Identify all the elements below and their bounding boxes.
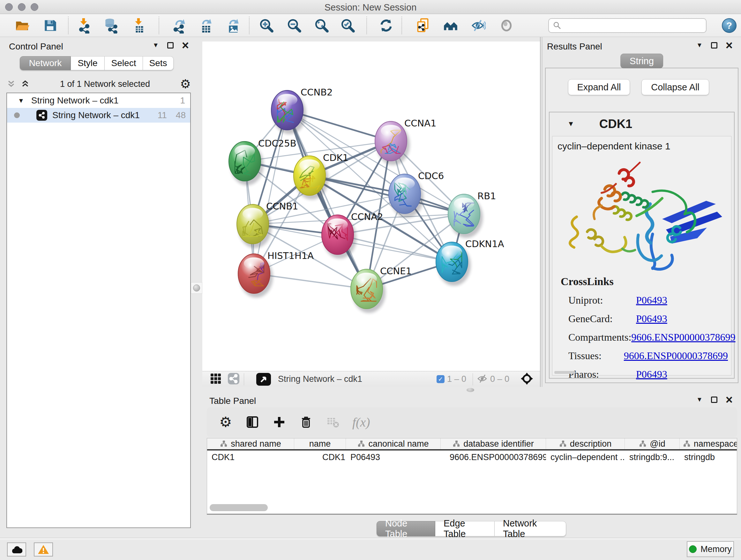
import-table-icon[interactable] — [131, 17, 147, 34]
table-hscrollbar[interactable] — [210, 504, 268, 511]
tab-select[interactable]: Select — [105, 56, 143, 70]
table-row[interactable]: CDK1CDK1P064939606.ENSP00000378699cyclin… — [207, 450, 737, 464]
network-node-CDC25B[interactable]: CDC25B — [229, 138, 296, 185]
tab-sets[interactable]: Sets — [143, 56, 174, 70]
tab-network[interactable]: Network — [20, 56, 71, 70]
string-network-icon — [37, 110, 47, 121]
crosslink-link[interactable]: 9606.ENSP00000378699 — [631, 331, 735, 343]
results-panel-float-icon[interactable] — [711, 42, 718, 49]
collapse-all-networks-icon[interactable] — [6, 79, 16, 89]
crosslink-row: GeneCard:P06493 — [561, 313, 728, 325]
open-in-window-icon[interactable] — [256, 373, 271, 386]
first-neighbors-icon[interactable] — [443, 17, 459, 34]
warnings-button[interactable] — [34, 543, 53, 557]
network-view-toolbar: String Network – cdk1 ✓ 1 – 0 0 – 0 — [202, 371, 540, 387]
column-header-name[interactable]: name — [294, 438, 346, 449]
crosslink-label: Pharos: — [568, 368, 636, 380]
column-header--id[interactable]: @id — [625, 438, 680, 449]
tab-node-table[interactable]: Node Table — [377, 521, 435, 537]
expand-all-networks-icon[interactable] — [20, 79, 30, 89]
table-panel-float-icon[interactable] — [711, 396, 718, 403]
gene-expand-icon[interactable]: ▼ — [567, 120, 575, 128]
network-node-HIST1H1A[interactable]: HIST1H1A — [238, 250, 314, 298]
export-network-icon[interactable] — [172, 17, 187, 34]
crosslink-link[interactable]: P06493 — [636, 294, 667, 306]
show-columns-icon[interactable] — [245, 415, 260, 429]
add-column-icon[interactable] — [272, 415, 286, 429]
show-all-icon[interactable] — [498, 17, 515, 34]
zoom-selected-icon[interactable] — [340, 17, 356, 34]
refresh-icon[interactable] — [378, 17, 394, 34]
collapse-all-button[interactable]: Collapse All — [642, 79, 709, 95]
import-database-icon[interactable] — [103, 17, 119, 34]
clone-network-icon[interactable] — [415, 17, 431, 34]
tab-style[interactable]: Style — [71, 56, 105, 70]
results-panel-close-icon[interactable]: × — [726, 42, 733, 49]
crosslink-link[interactable]: P06493 — [636, 313, 667, 325]
import-network-icon[interactable] — [76, 17, 92, 34]
table-panel-title: Table Panel — [209, 396, 256, 406]
expand-all-button[interactable]: Expand All — [568, 79, 630, 95]
search-input[interactable] — [562, 19, 706, 32]
network-node-CCNA2[interactable]: CCNA2 — [322, 211, 383, 259]
string-style-icon[interactable] — [227, 372, 240, 386]
delete-table-icon — [326, 415, 340, 429]
network-node-CDK1[interactable]: CDK1 — [293, 152, 348, 199]
save-session-icon[interactable] — [42, 17, 58, 34]
zoom-out-icon[interactable] — [286, 17, 302, 34]
selected-nodes-checkbox[interactable]: ✓ — [436, 375, 445, 383]
network-node-CCNB1[interactable]: CCNB1 — [237, 201, 298, 248]
column-header-namespace[interactable]: namespace — [680, 438, 737, 449]
network-node-RB1[interactable]: RB1 — [448, 191, 496, 238]
column-header-description[interactable]: description — [546, 438, 625, 449]
column-header-canonical-name[interactable]: canonical name — [346, 438, 441, 449]
table-options-gear-icon[interactable]: ⚙ — [218, 415, 233, 429]
left-splitter-handle[interactable] — [191, 282, 202, 294]
crosslink-link[interactable]: 9606.ENSP00000378699 — [624, 350, 728, 362]
birds-eye-view-icon[interactable] — [210, 373, 221, 386]
export-image-icon[interactable] — [225, 17, 241, 34]
network-node-CDC6[interactable]: CDC6 — [389, 171, 444, 218]
tab-network-table[interactable]: Network Table — [495, 521, 566, 537]
table-panel-collapse-icon[interactable]: ▼ — [696, 396, 703, 403]
results-content-box: Expand All Collapse All ▼ CDK1 cyclin–de… — [545, 68, 738, 383]
control-panel-float-icon[interactable] — [167, 42, 174, 49]
results-panel-collapse-icon[interactable]: ▼ — [696, 42, 703, 49]
network-node-CDKN1A[interactable]: CDKN1A — [436, 239, 504, 286]
network-row[interactable]: String Network – cdk1 11 48 — [7, 108, 190, 123]
results-hscrollbar[interactable] — [554, 371, 576, 374]
cloud-button[interactable] — [7, 543, 26, 557]
control-panel-close-icon[interactable]: × — [182, 42, 189, 49]
memory-button[interactable]: Memory — [687, 541, 734, 557]
column-header-database-identifier[interactable]: database identifier — [441, 438, 546, 449]
open-session-icon[interactable] — [14, 17, 30, 34]
help-icon[interactable]: ? — [722, 18, 737, 33]
collection-expand-icon[interactable]: ▼ — [18, 97, 24, 105]
crosslink-row: Tissues:9606.ENSP00000378699 — [561, 350, 728, 362]
table-panel-close-icon[interactable]: × — [726, 396, 733, 403]
hide-selected-icon[interactable] — [470, 17, 486, 34]
network-options-gear-icon[interactable]: ⚙ — [180, 78, 191, 90]
network-node-CCNA1[interactable]: CCNA1 — [375, 118, 436, 165]
table-cell: stringdb:9... — [625, 450, 680, 464]
network-canvas[interactable]: CCNB2CCNA1CDC25BCDK1CDC6RB1CCNB1CCNA2CDK… — [202, 42, 540, 371]
horizontal-splitter-handle[interactable] — [467, 388, 474, 392]
network-node-CCNE1[interactable]: CCNE1 — [351, 266, 412, 313]
tab-edge-table[interactable]: Edge Table — [435, 521, 495, 537]
network-edge[interactable] — [254, 110, 287, 273]
column-header-shared-name[interactable]: shared name — [207, 438, 294, 449]
network-edge[interactable] — [287, 110, 367, 289]
crosslink-link[interactable]: P06493 — [636, 368, 667, 380]
delete-column-icon[interactable] — [299, 415, 313, 429]
export-table-icon[interactable] — [198, 17, 214, 34]
zoom-in-icon[interactable] — [259, 17, 274, 34]
gene-section-header[interactable]: ▼ CDK1 — [549, 112, 734, 135]
window-title: Session: New Session — [0, 2, 741, 13]
tab-string[interactable]: String — [620, 54, 663, 68]
network-node-CCNB2[interactable]: CCNB2 — [271, 87, 333, 134]
fit-content-icon[interactable] — [520, 372, 534, 387]
control-panel-collapse-icon[interactable]: ▼ — [152, 42, 159, 49]
collection-count: 1 — [180, 96, 185, 106]
network-collection-row[interactable]: ▼ String Network – cdk1 1 — [7, 93, 190, 108]
zoom-fit-icon[interactable] — [314, 17, 330, 34]
